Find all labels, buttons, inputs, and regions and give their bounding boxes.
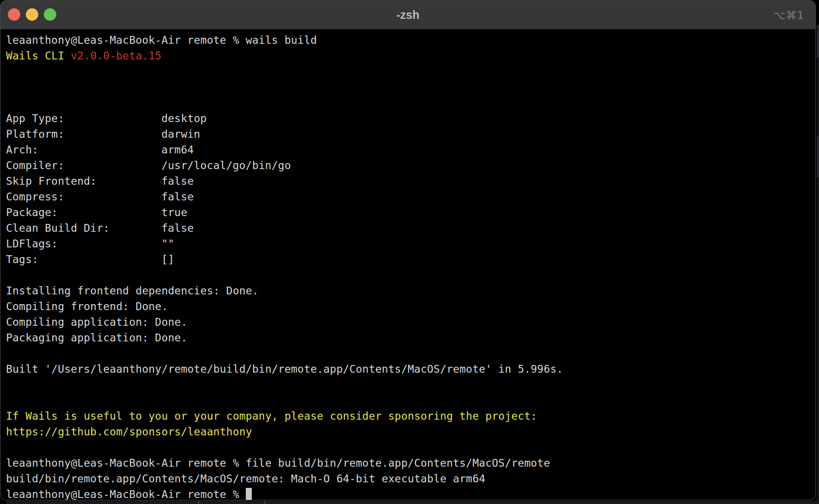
- terminal-line: Installing frontend dependencies: Done.: [6, 283, 810, 299]
- config-label: App Type:: [6, 111, 161, 126]
- background-window-divider: [198, 501, 199, 504]
- terminal-text: Built '/Users/leaanthony/remote/build/bi…: [6, 363, 563, 375]
- terminal-line: build/bin/remote.app/Contents/MacOS/remo…: [6, 471, 810, 486]
- config-value: false: [161, 175, 194, 187]
- terminal-line: Arch:arm64: [6, 142, 810, 158]
- terminal-output[interactable]: leaanthony@Leas-MacBook-Air remote % wai…: [0, 29, 815, 500]
- config-label: Compress:: [6, 189, 161, 205]
- terminal-line: Compiler:/usr/local/go/bin/go: [6, 158, 810, 173]
- terminal-text: Compiling application: Done.: [6, 316, 187, 328]
- terminal-line: [6, 393, 810, 408]
- terminal-text: https://github.com/sponsors/leaanthony: [6, 426, 252, 438]
- background-window-sliver-right: [817, 25, 819, 504]
- terminal-line: [6, 267, 810, 283]
- terminal-line: Compiling application: Done.: [6, 314, 810, 330]
- terminal-line: [6, 377, 810, 393]
- terminal-line: https://github.com/sponsors/leaanthony: [6, 424, 810, 440]
- terminal-line: If Wails is useful to you or your compan…: [6, 408, 810, 424]
- terminal-line: Compress:false: [6, 189, 810, 205]
- config-value: []: [161, 253, 174, 265]
- config-value: "": [161, 238, 174, 250]
- terminal-line: [6, 79, 810, 95]
- config-value: false: [161, 191, 194, 203]
- terminal-text: leaanthony@Leas-MacBook-Air remote % fil…: [6, 457, 550, 469]
- terminal-line: Compiling frontend: Done.: [6, 299, 810, 314]
- config-value: false: [161, 222, 194, 234]
- background-window-sliver-bottom: [6, 501, 819, 504]
- window-title: -zsh: [0, 1, 815, 29]
- terminal-line: leaanthony@Leas-MacBook-Air remote % wai…: [6, 32, 810, 48]
- terminal-line: Wails CLI v2.0.0-beta.15: [6, 48, 810, 64]
- terminal-line: [6, 440, 810, 455]
- terminal-text: Installing frontend dependencies: Done.: [6, 285, 259, 297]
- terminal-line: Clean Build Dir:false: [6, 220, 810, 236]
- config-label: LDFlags:: [6, 236, 161, 252]
- titlebar[interactable]: -zsh ⌥⌘1: [0, 1, 815, 29]
- terminal-cursor: [246, 488, 252, 500]
- terminal-line: Package:true: [6, 205, 810, 220]
- terminal-text: If Wails is useful to you or your compan…: [6, 410, 537, 422]
- config-value: arm64: [161, 144, 194, 156]
- config-label: Compiler:: [6, 158, 161, 173]
- config-label: Arch:: [6, 142, 161, 158]
- terminal-text: leaanthony@Leas-MacBook-Air remote % wai…: [6, 34, 317, 46]
- terminal-text: build/bin/remote.app/Contents/MacOS/remo…: [6, 473, 486, 485]
- config-value: darwin: [161, 128, 200, 140]
- terminal-line: Built '/Users/leaanthony/remote/build/bi…: [6, 361, 810, 377]
- terminal-line: Tags:[]: [6, 252, 810, 267]
- terminal-line: [6, 95, 810, 111]
- config-label: Platform:: [6, 126, 161, 142]
- terminal-text: leaanthony@Leas-MacBook-Air remote %: [6, 488, 246, 500]
- terminal-text: Packaging application: Done.: [6, 332, 187, 344]
- terminal-line: Packaging application: Done.: [6, 330, 810, 346]
- terminal-text: Compiling frontend: Done.: [6, 300, 168, 312]
- terminal-line: App Type:desktop: [6, 111, 810, 126]
- terminal-line: Platform:darwin: [6, 126, 810, 142]
- terminal-line: [6, 346, 810, 361]
- config-label: Tags:: [6, 252, 161, 267]
- config-value: true: [161, 206, 187, 218]
- config-label: Clean Build Dir:: [6, 220, 161, 236]
- terminal-line: leaanthony@Leas-MacBook-Air remote % fil…: [6, 455, 810, 471]
- terminal-line: [6, 64, 810, 79]
- tab-shortcut-label: ⌥⌘1: [773, 1, 804, 29]
- config-value: /usr/local/go/bin/go: [161, 159, 291, 171]
- config-label: Package:: [6, 205, 161, 220]
- terminal-line: Skip Frontend:false: [6, 173, 810, 189]
- config-label: Skip Frontend:: [6, 173, 161, 189]
- terminal-line: leaanthony@Leas-MacBook-Air remote %: [6, 486, 810, 500]
- config-value: desktop: [161, 112, 207, 124]
- terminal-window: -zsh ⌥⌘1 leaanthony@Leas-MacBook-Air rem…: [0, 0, 816, 500]
- terminal-line: LDFlags:"": [6, 236, 810, 252]
- terminal-text: v2.0.0-beta.15: [71, 50, 161, 62]
- background-window-divider: [264, 501, 265, 504]
- terminal-text: Wails CLI: [6, 50, 71, 62]
